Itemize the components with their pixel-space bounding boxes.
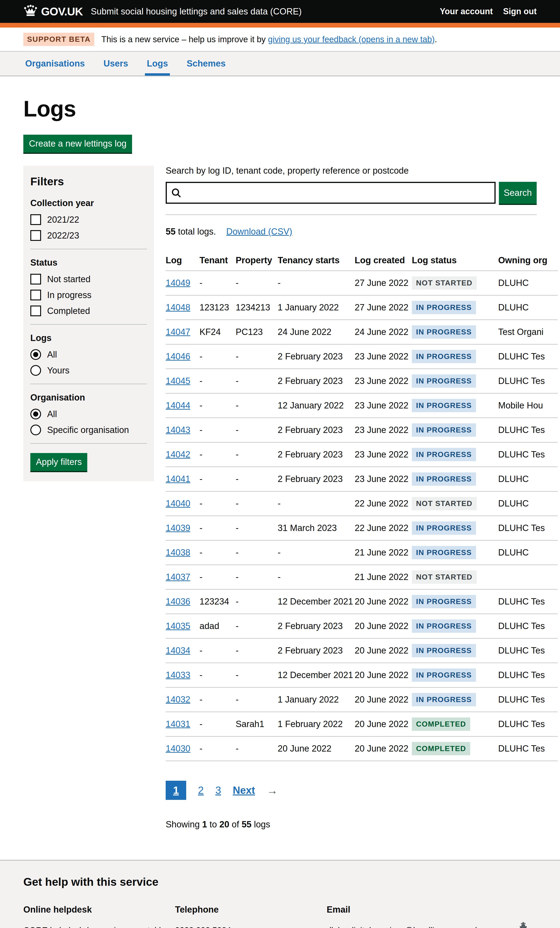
property-cell: - bbox=[236, 687, 278, 712]
checkbox-completed[interactable] bbox=[31, 305, 41, 316]
your-account-link[interactable]: Your account bbox=[440, 6, 493, 16]
radio-logs-yours[interactable] bbox=[31, 365, 41, 376]
sign-out-link[interactable]: Sign out bbox=[503, 6, 537, 16]
checkbox-label[interactable]: Completed bbox=[47, 306, 90, 316]
core-helpdesk-link[interactable]: CORE helpdesk (opens in a new tab) bbox=[23, 926, 162, 928]
tenancy-starts-cell: 1 January 2022 bbox=[278, 295, 355, 320]
log-created-cell: 22 June 2022 bbox=[355, 516, 412, 540]
log-id-link[interactable]: 14032 bbox=[166, 694, 191, 704]
checkbox-label[interactable]: 2022/23 bbox=[47, 230, 79, 241]
nav-item-users[interactable]: Users bbox=[102, 52, 130, 76]
checkbox-in-progress[interactable] bbox=[31, 290, 41, 301]
log-id-link[interactable]: 14034 bbox=[166, 646, 191, 655]
log-id-link[interactable]: 14045 bbox=[166, 376, 191, 386]
owning-organisation-cell: DLUHC Tes bbox=[498, 614, 558, 638]
pagination-page-1[interactable]: 1 bbox=[166, 781, 186, 800]
property-cell: - bbox=[236, 393, 278, 418]
tenancy-starts-cell: 12 January 2022 bbox=[278, 393, 355, 418]
checkbox-label[interactable]: In progress bbox=[47, 290, 92, 300]
owning-organisation-cell: DLUHC bbox=[498, 540, 558, 565]
property-cell: PC123 bbox=[236, 320, 278, 344]
radio-label[interactable]: Yours bbox=[47, 365, 70, 375]
log-id-link[interactable]: 14037 bbox=[166, 572, 191, 582]
status-badge: IN PROGRESS bbox=[412, 669, 476, 682]
property-cell: - bbox=[236, 663, 278, 687]
checkbox-not-started[interactable] bbox=[31, 274, 41, 284]
email-link[interactable]: dluhc.digital-services@levellingup.gov.u… bbox=[327, 926, 479, 928]
property-cell: - bbox=[236, 491, 278, 516]
service-name-link[interactable]: Submit social housing lettings and sales… bbox=[91, 6, 302, 17]
status-badge: IN PROGRESS bbox=[412, 644, 476, 657]
primary-navigation: Organisations Users Logs Schemes bbox=[0, 52, 560, 76]
tenancy-starts-cell: 1 January 2022 bbox=[278, 687, 355, 712]
log-created-cell: 22 June 2022 bbox=[355, 491, 412, 516]
table-row: 14042 - - 2 February 2023 23 June 2022 I… bbox=[166, 442, 558, 467]
radio-label[interactable]: All bbox=[47, 409, 57, 419]
nav-item-organisations[interactable]: Organisations bbox=[23, 52, 87, 76]
log-id-link[interactable]: 14046 bbox=[166, 351, 191, 361]
log-id-link[interactable]: 14044 bbox=[166, 400, 191, 410]
tenant-cell: - bbox=[200, 369, 236, 393]
telephone-number: 0333 202 5084 bbox=[175, 925, 327, 928]
status-badge: IN PROGRESS bbox=[412, 472, 476, 486]
header-log: Log bbox=[166, 251, 200, 271]
pagination-next-link[interactable]: Next bbox=[233, 785, 255, 796]
filter-divider bbox=[31, 249, 147, 249]
owning-organisation-cell: DLUHC Tes bbox=[498, 344, 558, 369]
log-id-link[interactable]: 14038 bbox=[166, 548, 191, 557]
create-lettings-log-button[interactable]: Create a new lettings log bbox=[23, 135, 132, 153]
log-created-cell: 21 June 2022 bbox=[355, 565, 412, 589]
logs-table: Log Tenant Property Tenancy starts Log c… bbox=[166, 251, 558, 761]
tenant-cell: adad bbox=[200, 614, 236, 638]
checkbox-2021-22[interactable] bbox=[31, 214, 41, 225]
log-created-cell: 23 June 2022 bbox=[355, 418, 412, 442]
log-id-link[interactable]: 14043 bbox=[166, 425, 191, 435]
checkbox-label[interactable]: 2021/22 bbox=[47, 215, 79, 225]
log-id-link[interactable]: 14047 bbox=[166, 327, 191, 337]
tenant-cell: - bbox=[200, 393, 236, 418]
log-id-link[interactable]: 14042 bbox=[166, 450, 191, 459]
log-id-link[interactable]: 14031 bbox=[166, 719, 191, 729]
owning-organisation-cell: DLUHC bbox=[498, 271, 558, 295]
log-id-link[interactable]: 14049 bbox=[166, 278, 191, 288]
property-cell: - bbox=[236, 467, 278, 491]
log-id-link[interactable]: 14036 bbox=[166, 597, 191, 606]
owning-organisation-cell: DLUHC bbox=[498, 295, 558, 320]
radio-label[interactable]: Specific organisation bbox=[47, 425, 129, 435]
status-badge: IN PROGRESS bbox=[412, 620, 476, 633]
log-created-cell: 20 June 2022 bbox=[355, 736, 412, 761]
table-header-row: Log Tenant Property Tenancy starts Log c… bbox=[166, 251, 558, 271]
log-id-link[interactable]: 14030 bbox=[166, 743, 191, 753]
feedback-link[interactable]: giving us your feedback (opens in a new … bbox=[268, 35, 435, 44]
radio-label[interactable]: All bbox=[47, 350, 57, 360]
log-id-link[interactable]: 14039 bbox=[166, 523, 191, 533]
tenancy-starts-cell: - bbox=[278, 271, 355, 295]
log-id-link[interactable]: 14035 bbox=[166, 621, 191, 631]
log-id-link[interactable]: 14041 bbox=[166, 474, 191, 484]
table-row: 14039 - - 31 March 2023 22 June 2022 IN … bbox=[166, 516, 558, 540]
log-id-link[interactable]: 14040 bbox=[166, 499, 191, 508]
nav-item-schemes[interactable]: Schemes bbox=[185, 52, 227, 76]
tenancy-starts-cell: 20 June 2022 bbox=[278, 736, 355, 761]
checkbox-label[interactable]: Not started bbox=[47, 274, 90, 284]
log-id-link[interactable]: 14033 bbox=[166, 670, 191, 680]
search-button[interactable]: Search bbox=[499, 182, 537, 204]
radio-specific-organisation[interactable] bbox=[31, 424, 41, 435]
apply-filters-button[interactable]: Apply filters bbox=[31, 453, 87, 471]
download-csv-link[interactable]: Download (CSV) bbox=[226, 227, 292, 237]
owning-organisation-cell: DLUHC bbox=[498, 467, 558, 491]
radio-logs-all[interactable] bbox=[31, 349, 41, 360]
tenancy-starts-cell: 2 February 2023 bbox=[278, 467, 355, 491]
nav-item-logs[interactable]: Logs bbox=[145, 52, 170, 76]
radio-organisation-all[interactable] bbox=[31, 409, 41, 420]
owning-organisation-cell: DLUHC Tes bbox=[498, 687, 558, 712]
log-id-link[interactable]: 14048 bbox=[166, 302, 191, 312]
table-row: 14032 - - 1 January 2022 20 June 2022 IN… bbox=[166, 687, 558, 712]
pagination-page-3[interactable]: 3 bbox=[215, 785, 221, 796]
status-badge: COMPLETED bbox=[412, 717, 470, 731]
showing-summary: Showing 1 to 20 of 55 logs bbox=[166, 820, 537, 829]
search-input[interactable] bbox=[166, 182, 496, 204]
pagination-page-2[interactable]: 2 bbox=[198, 785, 203, 796]
govuk-logo-link[interactable]: GOV.UK bbox=[23, 5, 83, 19]
checkbox-2022-23[interactable] bbox=[31, 230, 41, 241]
